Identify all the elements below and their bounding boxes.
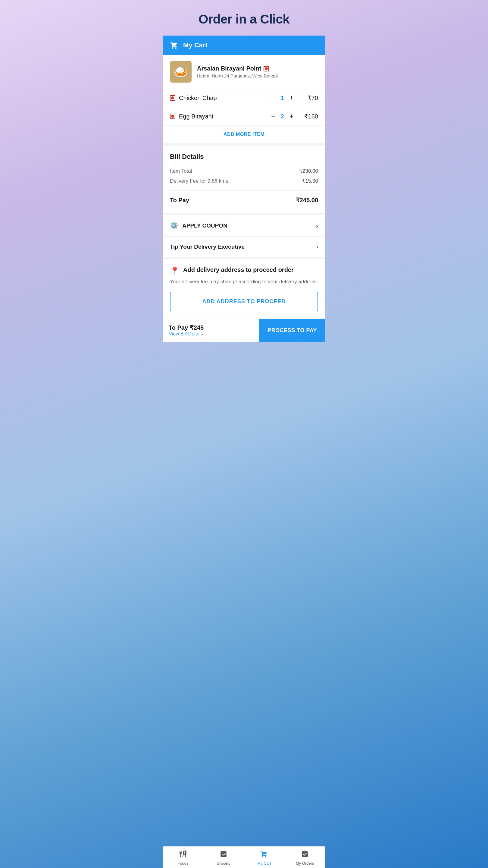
view-bill-link[interactable]: View Bill Details — [169, 331, 253, 337]
tip-label: Tip Your Delivery Executive — [170, 244, 312, 250]
restaurant-emoji: 🍛 — [173, 66, 188, 78]
coupon-label: APPLY COUPON — [182, 222, 312, 229]
quantity-control-1: − 1 + — [271, 95, 293, 101]
bill-title: Bill Details — [170, 153, 318, 161]
to-pay-label: To Pay — [170, 197, 189, 204]
increase-qty-2[interactable]: + — [290, 113, 293, 120]
bill-to-pay-row: To Pay ₹245.00 — [170, 195, 318, 206]
item-name-2: Egg Birayani — [179, 113, 267, 120]
restaurant-section: 🍛 Arsalan Birayani Point Habra, North 24… — [163, 55, 325, 89]
myorders-icon — [301, 850, 309, 860]
nav-label-mycart: My Cart — [257, 861, 271, 866]
add-more-section[interactable]: ADD MORE ITEM — [163, 126, 325, 146]
cart-header: My Cart — [163, 36, 325, 55]
to-pay-section: To Pay ₹245 View Bill Details — [163, 319, 259, 341]
non-veg-dot-2 — [170, 114, 175, 119]
bill-delivery-fee-row: Delivery Fee for 9.86 kms ₹15.00 — [170, 176, 318, 186]
nav-item-foods[interactable]: Foods — [174, 850, 192, 866]
item-price-2: ₹160 — [297, 113, 318, 120]
item-total-value: ₹230.00 — [299, 168, 318, 174]
coupon-icon: ⚙️ — [170, 222, 178, 230]
address-section: 📍 Add delivery address to proceed order … — [163, 259, 325, 318]
address-title: Add delivery address to proceed order — [183, 267, 294, 273]
restaurant-name: Arsalan Birayani Point — [197, 65, 318, 72]
grocery-icon — [220, 850, 227, 860]
nav-item-grocery[interactable]: Grocery — [215, 850, 233, 866]
nav-label-myorders: My Orders — [296, 861, 314, 866]
apply-coupon-section[interactable]: ⚙️ APPLY COUPON › — [163, 215, 325, 237]
increase-qty-1[interactable]: + — [290, 95, 293, 101]
restaurant-image: 🍛 — [170, 61, 192, 83]
location-pin-icon: 📍 — [170, 267, 180, 275]
tip-chevron-icon: › — [316, 243, 318, 250]
restaurant-info: Arsalan Birayani Point Habra, North 24 P… — [197, 65, 318, 79]
non-veg-indicator — [264, 66, 269, 71]
to-pay-value: ₹245.00 — [296, 196, 318, 204]
cart-items-section: Chicken Chap − 1 + ₹70 Egg Birayani − 2 … — [163, 89, 325, 146]
address-subtitle: Your delivery fee may change according t… — [170, 278, 318, 286]
qty-display-2: 2 — [279, 113, 285, 120]
delivery-fee-value: ₹15.00 — [302, 178, 318, 184]
bottom-nav: Foods Grocery My Cart My Orders — [163, 846, 325, 868]
nav-item-myorders[interactable]: My Orders — [296, 850, 314, 866]
restaurant-location: Habra, North 24 Parganas, West Bengal — [197, 73, 318, 79]
cart-header-title: My Cart — [183, 41, 207, 49]
to-pay-amount: To Pay ₹245 — [169, 324, 253, 331]
add-address-button[interactable]: ADD ADDRESS TO PROCEED — [170, 292, 318, 311]
tip-section[interactable]: Tip Your Delivery Executive › — [163, 237, 325, 259]
nav-label-foods: Foods — [177, 861, 188, 866]
item-total-label: Item Total — [170, 168, 192, 174]
cart-icon — [170, 41, 178, 50]
bottom-bar: To Pay ₹245 View Bill Details PROCESS TO… — [163, 318, 325, 342]
mycart-icon — [260, 850, 268, 860]
delivery-fee-label: Delivery Fee for 9.86 kms — [170, 178, 228, 184]
decrease-qty-1[interactable]: − — [271, 95, 275, 101]
nav-label-grocery: Grocery — [217, 861, 230, 866]
process-to-pay-button[interactable]: PROCESS TO PAY — [259, 319, 325, 342]
address-header: 📍 Add delivery address to proceed order — [170, 267, 318, 275]
qty-display-1: 1 — [279, 95, 285, 101]
foods-icon — [179, 850, 187, 860]
add-more-label[interactable]: ADD MORE ITEM — [224, 132, 264, 137]
non-veg-dot-1 — [170, 95, 175, 101]
coupon-chevron-icon: › — [316, 222, 318, 229]
cart-item: Egg Birayani − 2 + ₹160 — [163, 107, 325, 126]
app-title: Order in a Click — [163, 0, 325, 36]
bill-divider — [170, 190, 318, 190]
item-price-1: ₹70 — [297, 94, 318, 101]
decrease-qty-2[interactable]: − — [271, 113, 275, 120]
nav-item-mycart[interactable]: My Cart — [255, 850, 273, 866]
cart-item: Chicken Chap − 1 + ₹70 — [163, 89, 325, 107]
quantity-control-2: − 2 + — [271, 113, 293, 120]
bill-section: Bill Details Item Total ₹230.00 Delivery… — [163, 146, 325, 215]
bill-item-total-row: Item Total ₹230.00 — [170, 166, 318, 176]
item-name-1: Chicken Chap — [179, 95, 267, 101]
